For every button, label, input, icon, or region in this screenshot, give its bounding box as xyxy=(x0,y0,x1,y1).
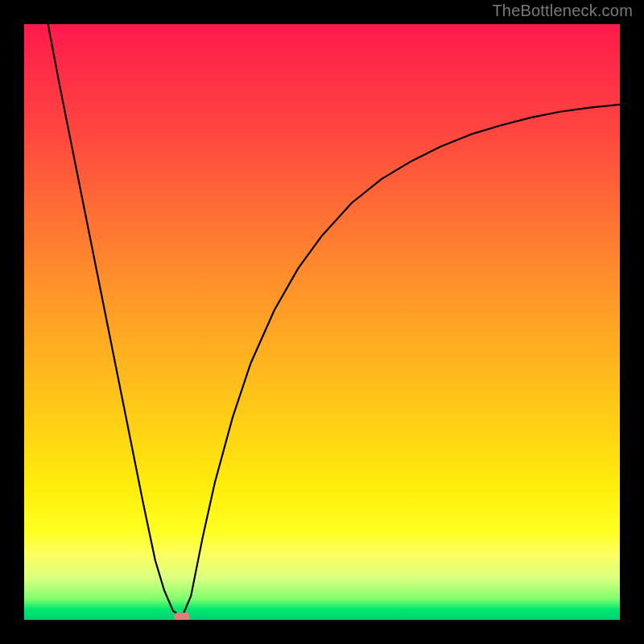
chart-frame: TheBottleneck.com xyxy=(0,0,644,644)
watermark-text: TheBottleneck.com xyxy=(492,2,633,20)
plot-area xyxy=(24,24,620,620)
curve-right-branch xyxy=(182,105,620,617)
curve-layer xyxy=(24,24,620,620)
curve-left-branch xyxy=(48,24,183,617)
minimum-marker xyxy=(174,613,190,620)
